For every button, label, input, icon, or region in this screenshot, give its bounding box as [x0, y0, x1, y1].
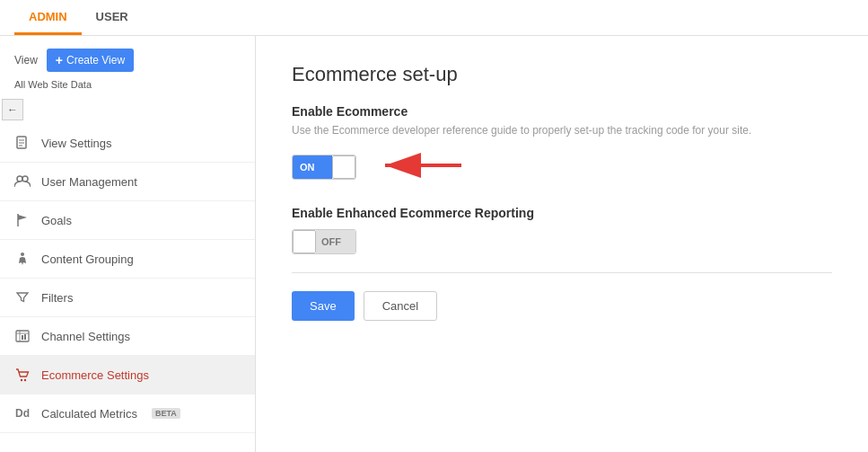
nav-view-settings[interactable]: View Settings: [0, 124, 255, 163]
svg-point-14: [24, 378, 26, 380]
ecommerce-toggle[interactable]: ON: [292, 155, 356, 180]
toggle-off-thumb: [293, 230, 316, 253]
enhanced-toggle[interactable]: OFF: [292, 229, 356, 254]
svg-point-5: [22, 176, 28, 182]
page-title: Ecommerce set-up: [292, 63, 832, 86]
cart-icon: [14, 367, 31, 383]
section-divider: [292, 272, 832, 273]
ecommerce-settings-label: Ecommerce Settings: [41, 368, 149, 382]
nav-user-management[interactable]: User Management: [0, 163, 255, 201]
back-button[interactable]: ←: [2, 99, 23, 120]
top-nav: ADMIN USER: [0, 0, 868, 36]
toggle-thumb: [332, 155, 355, 179]
toggle-off-label: OFF: [316, 230, 355, 253]
red-arrow-indicator: [367, 149, 466, 184]
action-buttons: Save Cancel: [292, 291, 832, 321]
nav-calculated-metrics[interactable]: Dd Calculated Metrics BETA: [0, 394, 255, 433]
filter-icon: [14, 289, 31, 306]
svg-point-4: [17, 176, 22, 182]
content-grouping-label: Content Grouping: [41, 253, 134, 266]
user-management-label: User Management: [41, 175, 137, 189]
beta-badge: BETA: [152, 408, 180, 419]
enable-enhanced-title: Enable Enhanced Ecommerce Reporting: [292, 206, 832, 220]
create-view-button[interactable]: + Create View: [47, 49, 134, 72]
dd-icon: Dd: [14, 405, 31, 421]
nav-ecommerce-settings[interactable]: Ecommerce Settings: [0, 356, 255, 394]
plus-icon: +: [56, 53, 63, 67]
users-icon: [14, 173, 31, 190]
chart-icon: [14, 328, 31, 344]
file-icon: [14, 135, 31, 151]
enable-ecommerce-title: Enable Ecommerce: [292, 104, 832, 119]
svg-rect-11: [22, 335, 23, 340]
sidebar: View + Create View All Web Site Data ← V…: [0, 36, 256, 452]
svg-point-13: [21, 378, 22, 380]
goals-label: Goals: [41, 214, 72, 227]
main-content: Ecommerce set-up Enable Ecommerce Use th…: [256, 36, 868, 452]
sidebar-subtitle: All Web Site Data: [0, 79, 255, 99]
main-layout: View + Create View All Web Site Data ← V…: [0, 36, 868, 452]
nav-content-grouping[interactable]: Content Grouping: [0, 240, 255, 279]
toggle-on-label: ON: [293, 155, 332, 179]
nav-goals[interactable]: Goals: [0, 201, 255, 240]
enable-ecommerce-desc: Use the Ecommerce developer reference gu…: [292, 124, 832, 137]
figure-icon: [14, 251, 31, 267]
view-settings-label: View Settings: [41, 137, 112, 150]
view-label: View: [14, 54, 38, 66]
calculated-metrics-label: Calculated Metrics: [41, 407, 137, 421]
save-button[interactable]: Save: [292, 291, 355, 321]
flag-icon: [14, 212, 31, 228]
nav-admin[interactable]: ADMIN: [14, 1, 82, 35]
create-view-label: Create View: [66, 54, 125, 66]
nav-filters[interactable]: Filters: [0, 279, 255, 317]
svg-rect-12: [24, 334, 26, 340]
sidebar-header: View + Create View: [0, 36, 255, 79]
channel-settings-label: Channel Settings: [41, 330, 130, 343]
filters-label: Filters: [41, 291, 73, 305]
nav-channel-settings[interactable]: Channel Settings: [0, 317, 255, 356]
cancel-button[interactable]: Cancel: [364, 291, 437, 321]
svg-point-7: [21, 253, 24, 256]
nav-user[interactable]: USER: [82, 1, 143, 35]
